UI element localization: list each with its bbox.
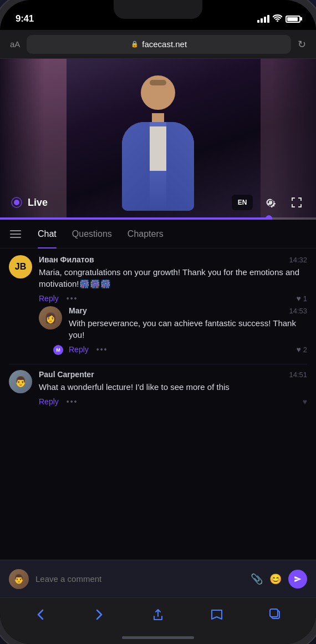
tabs-bar: Chat Questions Chapters — [0, 220, 316, 249]
home-indicator — [0, 631, 316, 644]
comment-text-paul: What a wonderful lecture! I'd like to se… — [39, 381, 307, 393]
comment-thread-paul: 👨 Paul Carpenter 14:51 What a wonderful … — [9, 370, 307, 406]
comment-header-ivan: Иван Филатов 14:32 — [39, 255, 307, 264]
input-area: 👨 📎 😊 — [0, 560, 316, 597]
status-icons — [257, 14, 300, 23]
browser-url: facecast.net — [142, 39, 187, 49]
avatar-mary: 👩 — [39, 306, 62, 329]
comment-actions-ivan: Reply ••• ♥ 1 — [39, 294, 307, 303]
like-area-ivan[interactable]: ♥ 1 — [296, 294, 307, 303]
status-time: 9:41 — [16, 13, 34, 24]
signal-icon — [257, 15, 269, 23]
live-badge: Live — [10, 196, 48, 209]
heart-icon-mary: ♥ — [296, 345, 300, 354]
settings-button[interactable] — [261, 193, 279, 212]
send-button[interactable] — [288, 570, 307, 589]
emoji-icon[interactable]: 😊 — [269, 573, 282, 585]
wifi-icon — [273, 14, 282, 23]
tabs-button[interactable] — [263, 602, 288, 627]
browser-refresh-button[interactable]: ↻ — [298, 38, 306, 50]
comment-time-paul: 14:51 — [289, 371, 307, 379]
menu-icon[interactable] — [10, 230, 21, 238]
reply-item-mary: 👩 M Mary 14:53 With perseverance, you ca… — [39, 306, 307, 354]
comment-item-paul: 👨 Paul Carpenter 14:51 What a wonderful … — [9, 370, 307, 406]
like-area-paul[interactable]: ♥ — [303, 397, 307, 406]
comment-header-mary: Mary 14:53 — [69, 306, 307, 315]
phone-frame: 9:41 aA 🔒 facecast.net ↻ — [0, 0, 316, 644]
comment-author-ivan: Иван Филатов — [39, 255, 94, 264]
status-bar: 9:41 — [0, 0, 316, 30]
tab-chapters[interactable]: Chapters — [120, 220, 171, 249]
mary-badge: M — [53, 345, 63, 355]
comment-author-mary: Mary — [69, 306, 87, 315]
more-button-ivan[interactable]: ••• — [67, 294, 78, 303]
avatar-wrapper-mary: 👩 M — [39, 306, 62, 354]
battery-icon — [286, 16, 300, 23]
live-pulse-icon — [10, 196, 23, 209]
comment-input[interactable] — [35, 574, 244, 584]
lock-icon: 🔒 — [131, 40, 139, 48]
fullscreen-button[interactable] — [287, 193, 306, 212]
input-user-avatar: 👨 — [9, 569, 29, 589]
more-button-paul[interactable]: ••• — [67, 397, 78, 406]
tab-questions[interactable]: Questions — [64, 220, 120, 249]
svg-rect-1 — [270, 609, 278, 617]
comment-content-mary: Mary 14:53 With perseverance, you can ac… — [69, 306, 307, 354]
comment-actions-paul: Reply ••• ♥ — [39, 397, 307, 406]
comment-item-ivan: JB Иван Филатов 14:32 Maria, congratulat… — [9, 255, 307, 303]
language-button[interactable]: EN — [232, 195, 253, 210]
more-button-mary[interactable]: ••• — [96, 345, 108, 354]
reply-button-paul[interactable]: Reply — [39, 397, 59, 406]
heart-icon-paul: ♥ — [303, 397, 307, 406]
bookmarks-button[interactable] — [205, 602, 229, 627]
comment-time-ivan: 14:32 — [289, 256, 307, 264]
safari-nav — [0, 597, 316, 631]
comment-header-paul: Paul Carpenter 14:51 — [39, 370, 307, 379]
comment-content-ivan: Иван Филатов 14:32 Maria, congratulation… — [39, 255, 307, 303]
back-button[interactable] — [28, 602, 53, 627]
video-controls: Live EN — [0, 193, 316, 212]
comment-time-mary: 14:53 — [289, 307, 307, 315]
video-right-controls: EN — [232, 193, 306, 212]
video-player[interactable]: Live EN — [0, 59, 316, 220]
like-area-mary[interactable]: ♥ 2 — [296, 345, 307, 354]
comment-thread-ivan: JB Иван Филатов 14:32 Maria, congratulat… — [9, 255, 307, 354]
main-content: Live EN — [0, 59, 316, 644]
share-button[interactable] — [146, 602, 170, 627]
reply-button-ivan[interactable]: Reply — [39, 294, 59, 303]
divider-1 — [9, 364, 307, 364]
comment-text-ivan: Maria, congratulations on your growth! T… — [39, 266, 307, 290]
avatar-ivan: JB — [9, 255, 32, 278]
heart-icon-ivan: ♥ — [296, 294, 300, 303]
tab-chat[interactable]: Chat — [30, 220, 64, 249]
comment-actions-mary: Reply ••• ♥ 2 — [69, 345, 307, 354]
live-label: Live — [28, 197, 48, 209]
browser-bar: aA 🔒 facecast.net ↻ — [0, 30, 316, 59]
reply-button-mary[interactable]: Reply — [69, 345, 89, 354]
like-count-ivan: 1 — [303, 295, 307, 303]
chat-content: JB Иван Филатов 14:32 Maria, congratulat… — [0, 249, 316, 423]
comment-author-paul: Paul Carpenter — [39, 370, 94, 379]
browser-aa-button[interactable]: aA — [10, 39, 20, 49]
home-bar — [122, 636, 194, 639]
avatar-paul: 👨 — [9, 370, 32, 393]
attach-icon[interactable]: 📎 — [251, 573, 263, 585]
comment-content-paul: Paul Carpenter 14:51 What a wonderful le… — [39, 370, 307, 406]
chat-area[interactable]: JB Иван Филатов 14:32 Maria, congratulat… — [0, 249, 316, 560]
comment-text-mary: With perseverance, you can achieve fanta… — [69, 317, 307, 341]
like-count-mary: 2 — [303, 346, 307, 354]
forward-button[interactable] — [87, 602, 111, 627]
browser-url-bar[interactable]: 🔒 facecast.net — [27, 35, 291, 54]
